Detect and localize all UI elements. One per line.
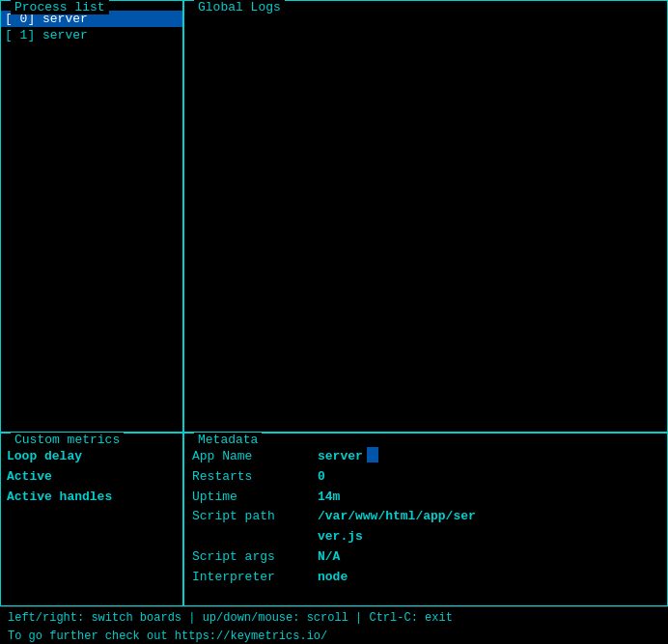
metric-loop-delay: Loop delay [7, 447, 177, 467]
metadata-title: Metadata [194, 433, 262, 447]
process-list-panel: Process list [ 0] server [ 1] server [0, 0, 183, 433]
bottom-panels: Custom metrics Loop delay Active Active … [0, 433, 668, 606]
metadata-key-uptime: Uptime [192, 488, 318, 508]
metadata-value-appname: server [318, 447, 363, 467]
process-list-title: Process list [11, 0, 109, 14]
global-logs-panel: Global Logs [183, 0, 668, 433]
status-bar-text: left/right: switch boards | up/down/mous… [8, 611, 453, 625]
metadata-key-appname: App Name [192, 447, 318, 467]
metadata-value-interpreter: node [318, 568, 348, 588]
metadata-key-scriptpath: Script path [192, 507, 318, 527]
status-link[interactable]: To go further check out https://keymetri… [8, 630, 327, 643]
metadata-row-restarts: Restarts 0 [192, 467, 659, 488]
metadata-row-appname: App Name server [192, 447, 659, 467]
status-bar: left/right: switch boards | up/down/mous… [0, 606, 668, 629]
app-name-badge [367, 447, 378, 462]
metadata-row-scriptpath2: ver.js [192, 527, 659, 547]
metric-active: Active [7, 467, 177, 488]
top-panels: Process list [ 0] server [ 1] server Glo… [0, 0, 668, 433]
global-logs-title: Global Logs [194, 0, 285, 14]
metadata-row-uptime: Uptime 14m [192, 488, 659, 508]
custom-metrics-panel: Custom metrics Loop delay Active Active … [0, 433, 183, 606]
metadata-value-scriptargs: N/A [318, 547, 340, 568]
metadata-key-scriptargs: Script args [192, 547, 318, 568]
metadata-value-uptime: 14m [318, 488, 340, 508]
metadata-value-restarts: 0 [318, 467, 325, 488]
metadata-key-restarts: Restarts [192, 467, 318, 488]
bottom-status: To go further check out https://keymetri… [0, 629, 668, 644]
metadata-row-interpreter: Interpreter node [192, 568, 659, 588]
metadata-row-scriptpath: Script path /var/www/html/app/ser [192, 507, 659, 527]
custom-metrics-title: Custom metrics [11, 433, 124, 447]
process-item-1[interactable]: [ 1] server [1, 27, 182, 43]
metadata-row-scriptargs: Script args N/A [192, 547, 659, 568]
metadata-content: App Name server Restarts 0 Uptime 14m Sc… [184, 443, 667, 592]
custom-metrics-content: Loop delay Active Active handles [1, 443, 182, 511]
metric-active-handles: Active handles [7, 488, 177, 508]
screen: Process list [ 0] server [ 1] server Glo… [0, 0, 668, 644]
metadata-key-interpreter: Interpreter [192, 568, 318, 588]
metadata-panel: Metadata App Name server Restarts 0 Upti… [183, 433, 668, 606]
metadata-value-scriptpath: /var/www/html/app/ser [318, 507, 476, 527]
metadata-value-scriptpath2: ver.js [318, 527, 363, 547]
